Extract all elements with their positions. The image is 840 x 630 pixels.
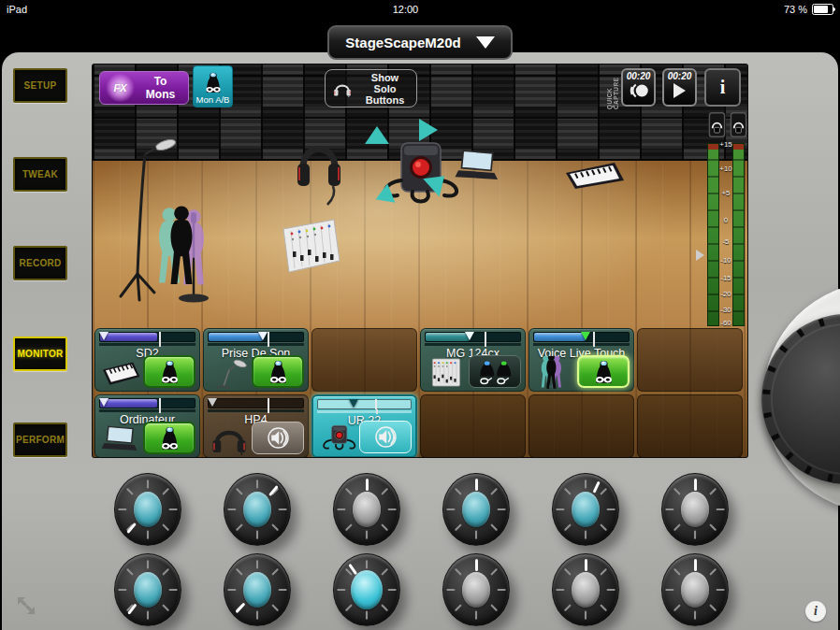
meter-tick: 0 — [717, 216, 734, 224]
meter-tick: -10 — [717, 256, 734, 265]
strip-meter — [99, 343, 196, 346]
status-battery: 73 % — [784, 4, 833, 15]
monitor-send-knob-button[interactable] — [143, 422, 196, 454]
channel-strip-empty[interactable] — [529, 394, 634, 458]
midi-keyboard-stage-item[interactable] — [562, 160, 628, 192]
channel-strip-grid: SD2 Prise De Son MG 124cx — [94, 328, 743, 458]
mix-knob-1-1[interactable] — [114, 473, 181, 546]
resize-icon[interactable] — [15, 594, 37, 617]
performer[interactable] — [147, 192, 225, 308]
mix-knob-1-5[interactable] — [552, 473, 619, 546]
device-selector-label: StageScapeM20d — [345, 35, 460, 50]
channel-strip-empty[interactable] — [637, 394, 743, 458]
play-icon — [673, 83, 686, 98]
strip-fader[interactable] — [533, 332, 630, 342]
status-device-label: iPad — [7, 4, 27, 15]
strip-fader[interactable] — [208, 398, 304, 408]
speaker-mute-button[interactable] — [252, 422, 304, 454]
battery-icon — [812, 4, 833, 15]
sidebar-item-monitor[interactable]: MONITOR — [13, 336, 67, 371]
channel-strip-empty[interactable] — [311, 328, 417, 392]
sidebar-item-perform[interactable]: PERFORM — [13, 422, 67, 457]
channel-strip-prise-de-son[interactable]: Prise De Son — [203, 328, 309, 392]
monitor-send-knob-button-selected[interactable] — [577, 355, 630, 388]
headphones-icon — [207, 422, 252, 455]
meter-tick: -60 — [717, 319, 734, 327]
mix-knob-1-6[interactable] — [661, 473, 729, 546]
device-selector-dropdown[interactable]: StageScapeM20d — [327, 25, 513, 60]
battery-percent-label: 73 % — [784, 4, 807, 15]
channel-strip-empty[interactable] — [637, 328, 743, 392]
sidebar-item-record[interactable]: RECORD — [13, 246, 67, 280]
quick-capture-label: QUICK CAPTURE — [606, 70, 619, 109]
headphones-stage-item[interactable] — [292, 136, 346, 207]
laptop-stage-item[interactable] — [452, 143, 504, 188]
mix-knob-2-2[interactable] — [224, 553, 291, 626]
meter-tick: -30 — [717, 306, 734, 314]
record-capture-icon — [627, 81, 651, 100]
strip-meter — [208, 343, 304, 346]
selection-arrow-top-left — [365, 126, 389, 144]
mixer-console-stage-item[interactable] — [276, 212, 343, 279]
stagescape-remote-app: iPad 12:00 73 % StageScapeM20d SETUP TWE… — [0, 0, 840, 630]
monitor-send-knob-button[interactable] — [143, 355, 196, 388]
channel-strip-mg124cx[interactable]: MG 124cx — [420, 328, 526, 392]
strip-fader[interactable] — [99, 398, 196, 408]
channel-strip-hp4[interactable]: HP4 — [203, 394, 309, 458]
mix-knob-2-6[interactable] — [661, 553, 729, 626]
strip-meter — [317, 410, 412, 413]
strip-meter — [99, 409, 196, 412]
show-solo-label: Show Solo Buttons — [359, 72, 411, 106]
meter-tick: +5 — [717, 189, 734, 197]
strip-fader[interactable] — [317, 399, 412, 409]
mix-knob-2-4[interactable] — [442, 553, 510, 626]
play-time: 00:20 — [668, 71, 692, 81]
monitor-send-knob-button[interactable] — [252, 355, 304, 388]
mix-knob-2-5[interactable] — [552, 553, 619, 626]
monitor-b-fader-icon[interactable] — [730, 111, 747, 138]
strip-meter — [533, 343, 630, 346]
microphone-icon — [207, 356, 252, 389]
fx-to-mons-button[interactable]: FX To Mons — [99, 71, 189, 105]
record-time: 00:20 — [627, 71, 651, 81]
quick-capture-record-button[interactable]: 00:20 — [621, 68, 656, 107]
sidebar-item-setup[interactable]: SETUP — [13, 68, 67, 103]
speaker-mute-button[interactable] — [359, 421, 412, 453]
strip-fader[interactable] — [99, 332, 196, 342]
channel-strip-ur22-selected[interactable]: UR 22 — [311, 394, 417, 458]
info-icon[interactable]: i — [805, 601, 826, 622]
sidebar-item-tweak[interactable]: TWEAK — [13, 157, 67, 192]
jog-wheel[interactable] — [761, 314, 840, 484]
mixer-icon — [424, 356, 469, 389]
channel-strip-empty[interactable] — [420, 394, 526, 458]
keyboard-icon — [98, 356, 143, 389]
channel-strip-sd2[interactable]: SD2 — [94, 328, 200, 392]
channel-strip-voice-live-touch[interactable]: Voice Live Touch — [529, 328, 634, 392]
audio-interface-icon — [316, 422, 361, 454]
mix-knob-2-3[interactable] — [333, 553, 400, 626]
screen-info-button[interactable]: i — [704, 68, 741, 107]
monitor-knob-icon — [201, 70, 225, 94]
channel-strip-ordinateur[interactable]: Ordinateur — [94, 394, 200, 458]
selection-arrow-top-right — [419, 119, 438, 141]
vocalist-icon — [532, 356, 577, 389]
monitor-a-fader-icon[interactable] — [708, 111, 726, 138]
strip-fader[interactable] — [425, 332, 521, 342]
stage-screen: FX To Mons Mon A/B Show Solo Buttons QUI… — [92, 64, 748, 458]
meter-scale: +15 +10 +5 0 -5 -10 -15 -20 -30 -60 — [717, 143, 734, 326]
strip-fader[interactable] — [208, 332, 304, 342]
stereo-knob-pair-button[interactable] — [469, 355, 521, 388]
show-solo-buttons-button[interactable]: Show Solo Buttons — [325, 69, 417, 107]
mix-knob-1-2[interactable] — [224, 473, 291, 546]
meter-tick: -15 — [717, 274, 734, 282]
status-time: 12:00 — [393, 4, 419, 15]
meter-tick: -5 — [717, 237, 734, 246]
quick-capture-play-button[interactable]: 00:20 — [662, 68, 697, 107]
headphones-icon — [331, 79, 354, 99]
mon-ab-button[interactable]: Mon A/B — [193, 65, 233, 107]
mix-knob-1-3[interactable] — [333, 473, 400, 546]
fx-burst-icon: FX — [106, 74, 135, 102]
mix-knob-1-4[interactable] — [442, 473, 510, 546]
mix-knob-2-1[interactable] — [114, 553, 181, 626]
meter-level-pointer — [696, 250, 704, 261]
